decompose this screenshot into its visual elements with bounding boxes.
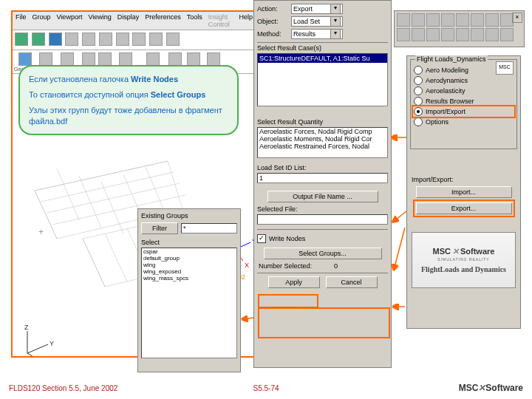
checkbox-icon: ✓ xyxy=(257,234,266,243)
toolbar-icon[interactable] xyxy=(49,33,62,46)
apply-button[interactable]: Apply xyxy=(268,276,320,288)
groups-list[interactable]: cspar default_group wing wing_exposed wi… xyxy=(141,248,237,358)
toolbar-icons xyxy=(13,30,283,50)
menu-item[interactable]: Display xyxy=(117,13,140,28)
toolbar-icon[interactable] xyxy=(441,28,454,41)
toolbar-icon[interactable] xyxy=(397,28,410,41)
geometry-icon[interactable] xyxy=(18,52,32,66)
close-icon[interactable]: × xyxy=(512,13,522,23)
import-export-subheading: Import/Export: xyxy=(412,176,516,183)
list-item[interactable]: wing_mass_spcs xyxy=(142,275,236,282)
existing-groups-panel: Existing Groups Filter * Select cspar de… xyxy=(137,208,241,372)
plus-icon: + xyxy=(38,227,44,237)
toolbar-icon[interactable] xyxy=(65,33,78,46)
module-icon[interactable] xyxy=(119,52,132,66)
toolbar-icon[interactable] xyxy=(149,33,163,46)
msc-logo: MSC✕Software xyxy=(459,383,523,393)
module-icon[interactable] xyxy=(82,52,95,66)
select-groups-button[interactable]: Select Groups... xyxy=(264,248,382,259)
load-set-id-input[interactable]: 1 xyxy=(257,173,388,183)
select-result-qty-label: Select Result Quantity xyxy=(257,118,388,126)
toolbar-icon[interactable] xyxy=(166,33,180,46)
msc-mini-icon: MSC xyxy=(496,61,514,75)
export-button[interactable]: Export... xyxy=(416,202,512,214)
action-label: Action: xyxy=(257,5,288,13)
list-item[interactable]: cspar xyxy=(142,248,236,255)
chevron-down-icon: ▾ xyxy=(330,29,341,39)
svg-line-7 xyxy=(393,211,406,222)
toolbar-icon[interactable] xyxy=(426,13,440,27)
toolbar-icon[interactable] xyxy=(456,28,469,41)
toolbar-icon[interactable] xyxy=(441,13,454,27)
radio-aeroelasticity[interactable]: Aeroelasticity xyxy=(414,86,514,95)
menu-item[interactable]: Insight Control xyxy=(208,13,233,28)
list-item[interactable]: wing xyxy=(142,262,236,268)
module-icon[interactable] xyxy=(207,52,220,66)
toolbar-icon[interactable] xyxy=(500,28,514,41)
menubar[interactable]: File Group Viewport Viewing Display Pref… xyxy=(13,12,283,30)
toolbar-icon[interactable] xyxy=(15,33,28,46)
axis-z-label: Z xyxy=(24,324,29,331)
method-dropdown[interactable]: Results▾ xyxy=(291,29,343,39)
toolbar-icon[interactable] xyxy=(471,13,484,27)
cancel-button[interactable]: Cancel xyxy=(326,276,378,288)
svg-line-2 xyxy=(27,353,42,356)
radio-import-export[interactable]: Import/Export xyxy=(414,107,514,116)
object-dropdown[interactable]: Load Set▾ xyxy=(291,16,343,27)
toolbar-icon[interactable] xyxy=(397,13,410,27)
radio-aerodynamics[interactable]: Aerodynamics xyxy=(414,76,514,85)
selected-file-input[interactable] xyxy=(257,214,388,225)
import-button[interactable]: Import... xyxy=(416,186,512,198)
import-export-panel: Action: Export▾ Object: Load Set▾ Method… xyxy=(253,0,392,368)
menu-item[interactable]: File xyxy=(16,13,27,28)
toolbar-icon[interactable] xyxy=(116,33,129,46)
action-dropdown[interactable]: Export▾ xyxy=(291,4,343,14)
list-item[interactable]: Aeroelastic Forces, Nodal Rigid Comp xyxy=(258,128,387,135)
radio-options[interactable]: Options xyxy=(414,117,514,126)
footer-left: FLDS120 Section 5.5, June 2002 xyxy=(9,384,117,392)
svg-line-1 xyxy=(27,344,48,353)
menu-item[interactable]: Tools xyxy=(187,13,202,28)
module-icon[interactable] xyxy=(39,52,52,66)
list-item[interactable]: Aeroelastic Restrained Forces, Nodal xyxy=(258,143,387,150)
menu-item[interactable]: Group xyxy=(33,13,51,28)
menu-item[interactable]: Help xyxy=(239,13,253,28)
module-icon[interactable] xyxy=(168,52,182,66)
module-icon[interactable] xyxy=(98,52,112,66)
toolbar-icon[interactable] xyxy=(426,28,440,41)
module-icon[interactable] xyxy=(61,52,74,66)
toolbar-icon[interactable] xyxy=(99,33,112,46)
list-item[interactable]: SC1:StructureDEFAULT, A1:Static Su xyxy=(258,54,387,63)
toolbar-icon[interactable] xyxy=(412,13,425,27)
filter-button[interactable]: Filter xyxy=(141,222,178,234)
module-icon[interactable] xyxy=(187,52,200,66)
filter-input[interactable]: * xyxy=(181,223,237,233)
toolbar-icon[interactable] xyxy=(132,33,146,46)
list-item[interactable]: default_group xyxy=(142,255,236,262)
flightloads-banner: MSC✕MSC SoftwareSoftware SIMULATING REAL… xyxy=(412,232,516,288)
write-nodes-checkbox[interactable]: ✓ Write Nodes xyxy=(257,234,388,243)
list-item[interactable]: wing_exposed xyxy=(142,268,236,275)
number-selected-value: 0 xyxy=(334,262,338,270)
result-qty-list[interactable]: Aeroelastic Forces, Nodal Rigid Comp Aer… xyxy=(257,127,388,158)
select-result-cases-label: Select Result Case(s) xyxy=(257,44,388,52)
toolbar-icon[interactable] xyxy=(412,28,425,41)
output-file-button[interactable]: Output File Name ... xyxy=(267,191,378,202)
flight-loads-panel: Flight Loads_Dynamics MSC Aero Modeling … xyxy=(406,55,521,329)
list-item[interactable]: Aeroelastic Moments, Nodal Rigid Cor xyxy=(258,135,387,143)
menu-item[interactable]: Viewport xyxy=(57,13,83,28)
toolbar-icon[interactable] xyxy=(485,28,499,41)
axis-x-label: X xyxy=(245,262,249,269)
result-cases-list[interactable]: SC1:StructureDEFAULT, A1:Static Su xyxy=(257,53,388,106)
module-icon[interactable] xyxy=(146,52,160,66)
menu-item[interactable]: Viewing xyxy=(88,13,111,28)
annotation-callout: Если установлена галочка Write Nodes То … xyxy=(18,65,239,135)
toolbar-icon[interactable] xyxy=(82,33,95,46)
toolbar-icon[interactable] xyxy=(471,28,484,41)
toolbar-icon[interactable] xyxy=(32,33,45,46)
chevron-down-icon: ▾ xyxy=(330,16,341,27)
toolbar-icon[interactable] xyxy=(485,13,499,27)
toolbar-icon[interactable] xyxy=(456,13,469,27)
menu-item[interactable]: Preferences xyxy=(145,13,181,28)
radio-results-browser[interactable]: Results Browser xyxy=(414,97,514,106)
